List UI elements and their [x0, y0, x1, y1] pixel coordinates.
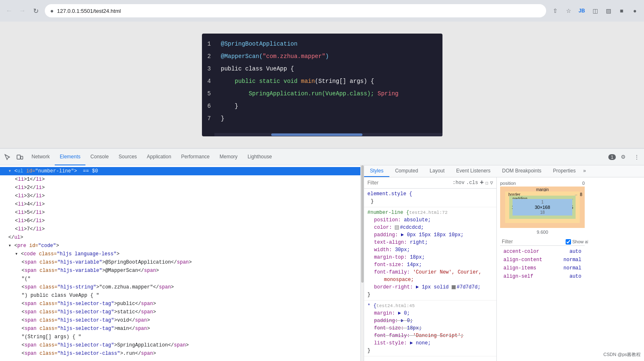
styles-tab-styles[interactable]: Styles	[364, 165, 389, 177]
css-prop-font-family: font-family:	[367, 269, 410, 276]
new-style-rule-button[interactable]: ☐	[486, 180, 488, 186]
element-state-button[interactable]: ▽	[490, 180, 493, 186]
computed-filter-input[interactable]	[502, 239, 564, 245]
css-closing-brace-3: }	[367, 347, 370, 354]
css-val-font-size-star: 18px;	[407, 325, 422, 332]
tab-application[interactable]: Application	[142, 149, 176, 165]
css-val-list-style: ► none;	[410, 339, 430, 347]
dom-line-span-3[interactable]: <span class="hljs-string">"com.zzhua.map…	[0, 283, 360, 291]
dom-line-li-6[interactable]: <li>6</li>	[0, 217, 360, 225]
svg-rect-1	[21, 156, 23, 159]
dom-scrollbar[interactable]	[361, 165, 364, 361]
styles-tab-event-listeners[interactable]: Event Listeners	[450, 165, 496, 177]
tab-elements[interactable]: Elements	[55, 149, 85, 165]
pad-bottom: 18	[540, 210, 544, 215]
tab-performance[interactable]: Performance	[176, 149, 215, 165]
dom-line-span-7[interactable]: <span class="hljs-selector-tag">main</sp…	[0, 325, 360, 333]
dom-line-li-4[interactable]: <li>4</li>	[0, 200, 360, 208]
extension2-button[interactable]: ■	[616, 5, 627, 17]
css-selector-number-line: #number-line {	[367, 209, 409, 216]
dom-line-span-9[interactable]: <span class="hljs-selector-class">.run</…	[0, 349, 360, 358]
inspect-element-button[interactable]	[2, 151, 13, 163]
add-style-button[interactable]: +	[480, 179, 484, 187]
settings-button[interactable]: ⚙	[617, 151, 629, 163]
share-button[interactable]: ⇧	[549, 5, 561, 17]
css-selector-element: element.style {	[367, 190, 412, 198]
main-area: 1 2 3 4 5 6 7 @SpringBootApplication @Ma…	[0, 22, 644, 361]
margin-box: margin 18 border – padding –	[500, 187, 585, 228]
device-toggle-button[interactable]	[14, 151, 26, 163]
dom-line-li-2[interactable]: <li>2</li>	[0, 184, 360, 192]
tab-console[interactable]: Console	[85, 149, 114, 165]
devtools-button[interactable]: ◫	[589, 5, 601, 17]
css-prop-margin-top: margin-top:	[367, 254, 407, 261]
pad-top: 1	[541, 200, 544, 204]
reload-button[interactable]: ↻	[30, 5, 41, 17]
address-bar[interactable]: ● 127.0.0.1:5501/test24.html	[45, 4, 546, 17]
styles-tab-computed[interactable]: Computed	[389, 165, 424, 177]
box-size-label: 9.600	[500, 230, 585, 235]
css-filter-bar: :hov .cls + ☐ ▽	[364, 177, 496, 189]
color-swatch-1[interactable]	[395, 225, 399, 230]
color-swatch-2[interactable]	[452, 285, 456, 289]
cls-button[interactable]: .cls	[466, 180, 478, 186]
profile-button[interactable]: ●	[629, 5, 641, 17]
css-val-width: 30px;	[395, 246, 410, 254]
tab-lighthouse[interactable]: Lighthouse	[243, 149, 277, 165]
forward-button[interactable]: →	[17, 5, 28, 17]
css-prop-padding-star: padding:	[367, 317, 398, 325]
computed-prop-accent: accent-color	[503, 247, 539, 256]
css-selector-star: * {	[367, 302, 377, 310]
extensions-button[interactable]: ▨	[603, 5, 614, 17]
styles-tab-layout[interactable]: Layout	[424, 165, 450, 177]
tab-sources[interactable]: Sources	[114, 149, 142, 165]
dom-line-li-5[interactable]: <li>5</li>	[0, 208, 360, 217]
dom-line-text-1[interactable]: "("	[0, 275, 360, 283]
css-prop-width: width:	[367, 246, 392, 254]
css-prop-list-style: list-style:	[367, 339, 407, 347]
dom-line-span-4[interactable]: <span class="hljs-selector-tag">public</…	[0, 300, 360, 308]
computed-item-align-content: align-content normal	[503, 256, 581, 264]
computed-list: accent-color auto align-content normal a…	[500, 246, 585, 282]
tab-network[interactable]: Network	[27, 149, 55, 165]
dom-line-text-2[interactable]: ") public class VueApp { "	[0, 291, 360, 300]
dom-line-li-3[interactable]: <li>3</li>	[0, 192, 360, 200]
url-text: 127.0.0.1:5501/test24.html	[57, 8, 121, 14]
css-val-monospace: monospace;	[384, 276, 414, 283]
css-filter-input[interactable]	[367, 180, 451, 186]
styles-tab-properties[interactable]: Properties	[547, 165, 582, 177]
dom-line-selected[interactable]: ▾ <ul id="number-line"> == $0	[0, 167, 360, 175]
back-button[interactable]: ←	[3, 5, 15, 17]
styles-tab-dom-breakpoints[interactable]: DOM Breakpoints	[496, 165, 547, 177]
dom-line-span-6[interactable]: <span class="hljs-selector-tag">void</sp…	[0, 316, 360, 325]
css-prop-margin: margin:	[367, 310, 395, 317]
css-val-font-family-star: 'Dancing Script';	[413, 332, 464, 339]
dom-line-text-3[interactable]: "(String[] args) { "	[0, 333, 360, 341]
dom-line-li-1[interactable]: <li>1</li>	[0, 175, 360, 184]
dom-line-li-7[interactable]: <li>7</li>	[0, 225, 360, 233]
page-content: 1 2 3 4 5 6 7 @SpringBootApplication @Ma…	[0, 22, 644, 148]
hov-button[interactable]: :hov	[452, 180, 464, 186]
dom-line-span-5[interactable]: <span class="hljs-selector-tag">static</…	[0, 308, 360, 316]
devtools-tabs: Network Elements Console Sources Applica…	[27, 149, 608, 165]
nav-buttons: ← → ↻	[3, 5, 41, 17]
devtools-toolbar: Network Elements Console Sources Applica…	[0, 149, 644, 165]
dom-line-span-2[interactable]: <span class="hljs-variable">@MapperScan<…	[0, 267, 360, 275]
css-prop-font-size: font-size:	[367, 261, 404, 269]
dom-panel[interactable]: ▾ <ul id="number-line"> == $0 <li>1</li>…	[0, 165, 361, 361]
more-options-button[interactable]: ⋮	[631, 151, 642, 163]
tab-memory[interactable]: Memory	[215, 149, 243, 165]
styles-tab-more[interactable]: »	[581, 165, 588, 177]
dom-line-pre[interactable]: ▾ <pre id="code">	[0, 242, 360, 250]
dom-line-code[interactable]: ▾ <code class="hljs language-less">	[0, 250, 360, 258]
dom-line-span-1[interactable]: <span class="hljs-variable">@SpringBootA…	[0, 258, 360, 267]
show-all-input[interactable]	[566, 239, 571, 245]
show-all-checkbox[interactable]: Show all	[566, 239, 588, 245]
computed-val-align-items: normal	[564, 264, 581, 272]
dom-line-span-8[interactable]: <span class="hljs-selector-tag">SpringAp…	[0, 341, 360, 349]
code-line-5: SpringApplication.run(VueApp.class); Spr…	[221, 87, 399, 100]
css-prop-padding: padding:	[367, 231, 398, 239]
star-button[interactable]: ☆	[563, 5, 574, 17]
dom-line-ul-close[interactable]: </ul>	[0, 233, 360, 242]
jb-button[interactable]: JB	[576, 5, 588, 17]
